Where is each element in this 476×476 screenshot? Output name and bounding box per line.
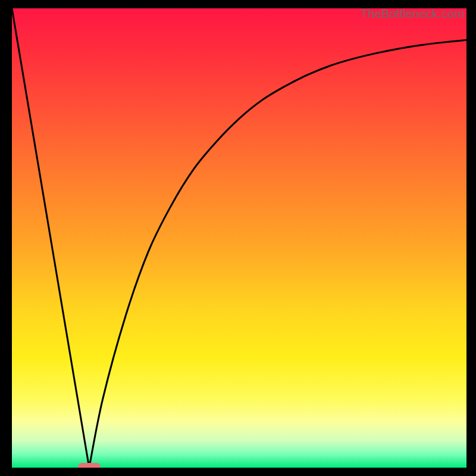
right-curve [89, 40, 466, 468]
watermark-text: TheBottleneck.com [360, 8, 464, 21]
chart-curves [12, 8, 466, 468]
plot-area: TheBottleneck.com [12, 8, 466, 468]
optimal-marker [78, 463, 101, 468]
left-line-curve [12, 8, 89, 468]
chart-container: TheBottleneck.com [0, 0, 476, 476]
